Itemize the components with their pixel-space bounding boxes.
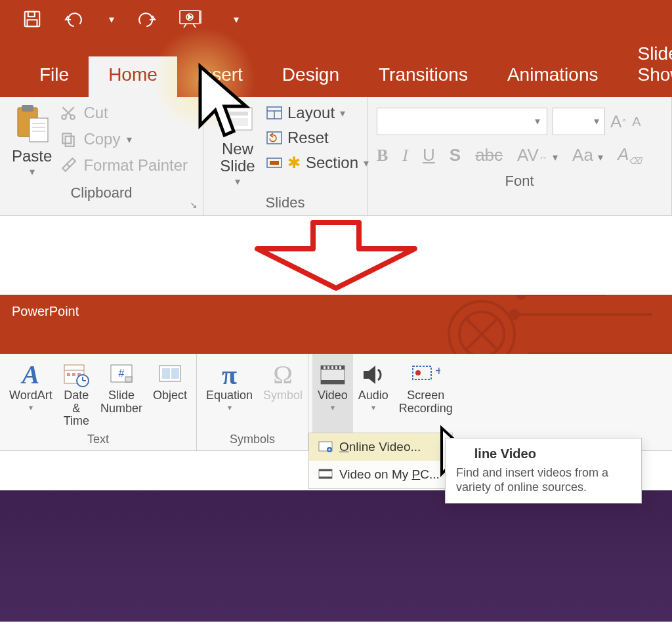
layout-button[interactable]: Layout▾	[266, 104, 369, 122]
video-button[interactable]: Video ▾	[312, 354, 353, 433]
present-from-beginning-icon[interactable]	[178, 9, 205, 29]
strikethrough-button[interactable]: abc	[475, 145, 503, 165]
wordart-label: WordArt	[9, 389, 52, 402]
video-label: Video	[318, 389, 348, 402]
svg-rect-10	[30, 118, 48, 142]
slide-number-label: Slide Number	[100, 389, 142, 416]
paintbrush-icon	[60, 157, 77, 174]
equation-label: Equation	[206, 389, 253, 402]
object-icon	[158, 360, 182, 389]
tab-design[interactable]: Design	[262, 56, 359, 97]
wordart-button[interactable]: A WordArt ▾	[4, 354, 58, 433]
svg-point-35	[517, 295, 525, 299]
svg-rect-29	[270, 161, 279, 165]
powerpoint-home-window: ▾ ▾ File Home Insert Design Transitions …	[0, 0, 672, 97]
audio-button[interactable]: Audio ▾	[353, 354, 394, 433]
paste-dropdown-caret-icon[interactable]: ▾	[30, 165, 35, 178]
text-shadow-button[interactable]: S	[450, 145, 461, 165]
font-name-combo[interactable]: ▾	[377, 108, 547, 135]
cut-button[interactable]: Cut	[60, 104, 188, 122]
date-time-button[interactable]: Date & Time	[58, 354, 95, 433]
increase-font-icon[interactable]: A˄	[610, 112, 627, 132]
paste-label: Paste	[12, 147, 52, 165]
tab-file[interactable]: File	[20, 56, 89, 97]
film-icon	[320, 360, 346, 389]
svg-rect-2	[28, 20, 37, 26]
svg-rect-58	[339, 366, 341, 369]
copy-button[interactable]: Copy ▾	[60, 130, 188, 148]
copy-caret-icon: ▾	[127, 133, 132, 146]
video-file-icon	[318, 469, 333, 480]
decrease-font-icon[interactable]: A	[632, 114, 640, 129]
bold-button[interactable]: B	[377, 146, 388, 165]
object-button[interactable]: Object	[148, 354, 192, 433]
scissors-icon	[60, 104, 77, 121]
instruction-arrow-area	[0, 216, 672, 295]
svg-rect-55	[327, 366, 329, 369]
group-slides-title: Slides	[213, 188, 358, 211]
undo-icon[interactable]	[64, 11, 87, 28]
date-time-label: Date & Time	[63, 389, 90, 428]
svg-rect-9	[22, 105, 33, 112]
slide-number-button[interactable]: # Slide Number	[95, 354, 148, 433]
char-spacing-button[interactable]: AV↔ ▾	[517, 145, 558, 165]
online-video-icon	[318, 441, 333, 453]
new-slide-icon	[218, 104, 257, 140]
ribbon-insert: A WordArt ▾ Date & Time # Slide Number	[0, 354, 672, 451]
video-dropdown-menu: Online Video... Video on My PC...	[308, 433, 453, 489]
tab-insert-label: Insert	[197, 64, 243, 85]
ribbon-home: Paste ▾ Cut Copy ▾ Format Painter C	[0, 97, 672, 216]
wordart-icon: A	[22, 360, 40, 389]
reset-button[interactable]: Reset	[266, 129, 369, 147]
slide-number-icon: #	[110, 360, 133, 389]
screen-recording-button[interactable]: + Screen Recording	[394, 354, 458, 433]
clipboard-dialog-launcher-icon[interactable]: ↘	[190, 200, 198, 210]
save-icon[interactable]	[22, 9, 42, 29]
svg-rect-21	[227, 112, 248, 116]
svg-rect-1	[28, 12, 35, 17]
svg-text:+: +	[435, 364, 440, 378]
cut-label: Cut	[83, 104, 108, 122]
group-text: A WordArt ▾ Date & Time # Slide Number	[0, 354, 197, 450]
screen-recording-label: Screen Recording	[399, 389, 453, 416]
section-button[interactable]: ✱ Section▾	[266, 154, 369, 172]
svg-rect-18	[63, 133, 72, 143]
italic-button[interactable]: I	[402, 146, 408, 165]
tab-home[interactable]: Home	[89, 56, 177, 97]
app-title: PowerPoint	[12, 304, 79, 318]
underline-button[interactable]: U	[423, 145, 435, 165]
slide-canvas[interactable]	[0, 490, 672, 622]
tab-slideshow[interactable]: Slide Show	[618, 35, 672, 97]
section-label: Section	[306, 154, 358, 172]
audio-label: Audio	[358, 389, 388, 402]
reset-icon	[266, 131, 282, 144]
equation-button[interactable]: π Equation ▾	[201, 354, 258, 433]
menu-video-on-pc[interactable]: Video on My PC...	[309, 461, 452, 488]
undo-dropdown-caret-icon[interactable]: ▾	[109, 13, 114, 26]
menu-online-video[interactable]: Online Video...	[309, 433, 452, 461]
tab-transitions[interactable]: Transitions	[359, 56, 488, 97]
qat-customize-caret-icon[interactable]: ▾	[234, 13, 239, 26]
clear-formatting-button[interactable]: A⌫	[618, 144, 642, 166]
paste-button[interactable]: Paste ▾	[9, 104, 57, 178]
svg-rect-65	[319, 469, 332, 471]
layout-label: Layout	[287, 104, 335, 122]
new-slide-button[interactable]: New Slide ▾	[213, 104, 262, 188]
tab-animations[interactable]: Animations	[488, 56, 618, 97]
font-size-combo[interactable]: ▾	[553, 108, 605, 135]
change-case-button[interactable]: Aa ▾	[572, 145, 603, 165]
group-clipboard-title: Clipboard	[9, 178, 194, 202]
svg-rect-50	[171, 368, 179, 379]
powerpoint-title-bar: PowerPoint	[0, 295, 672, 354]
format-painter-button[interactable]: Format Painter	[60, 156, 188, 175]
reset-label: Reset	[287, 129, 329, 147]
tooltip-online-video: Online Video Find and insert videos from…	[445, 438, 642, 503]
svg-point-23	[220, 104, 223, 106]
new-slide-label: New Slide	[220, 140, 255, 175]
layout-icon	[266, 106, 282, 119]
copy-icon	[60, 131, 77, 148]
tab-insert[interactable]: Insert	[177, 56, 262, 97]
redo-icon[interactable]	[136, 11, 156, 28]
svg-rect-57	[335, 366, 337, 369]
svg-line-5	[184, 24, 186, 28]
